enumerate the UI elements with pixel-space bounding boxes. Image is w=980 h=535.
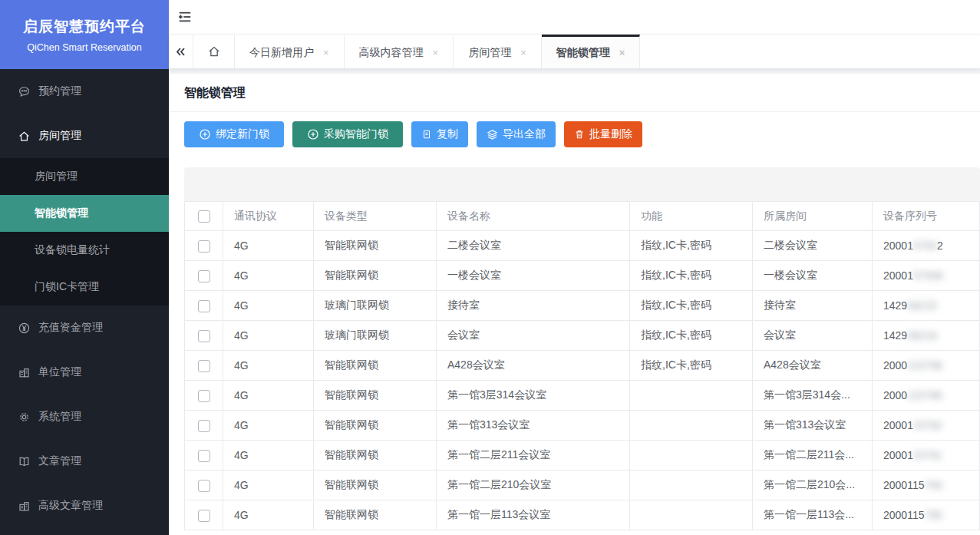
table-row: 4G智能联网锁第一馆二层211会议室第一馆二层211会...2000115791 [185,441,980,471]
row-checkbox[interactable] [198,510,210,522]
sidebar-item-label: 文章管理 [38,454,81,468]
functions-cell: 指纹,IC卡,密码 [630,351,753,381]
table-row: 4G智能联网锁第一馆二层210会议室第一馆二层210会...2000115793 [185,471,980,500]
tabs-scroll-left-button[interactable] [169,35,193,68]
device-type-cell: 智能联网锁 [314,471,437,500]
protocol-cell: 4G [223,291,314,321]
column-header-4: 所属房间 [753,202,873,231]
device-name-cell: 第一馆二层211会议室 [437,441,630,471]
table-row: 4G智能联网锁第一馆3层314会议室第一馆3层314会...2000115796 [185,381,980,411]
serial-prefix: 20001 [883,449,912,461]
collapse-sidebar-icon[interactable] [177,9,193,25]
purchase-smart-lock-button[interactable]: 采购智能门锁 [292,121,403,147]
serial-redacted-segment: 57938 [913,269,943,282]
sidebar-item-4[interactable]: 系统管理 [0,395,169,439]
column-header-0: 通讯协议 [223,202,314,231]
column-header-3: 功能 [630,202,753,231]
table-toolbar-band [184,167,980,201]
sidebar-subitem-1-1[interactable]: 智能锁管理 [0,195,169,232]
serial-redacted-segment: 06215 [907,299,937,312]
select-all-checkbox[interactable] [198,210,210,223]
serial-redacted-segment: 06218 [907,329,937,342]
row-checkbox[interactable] [198,330,210,342]
serial-number-cell: 2000115791 [873,441,980,471]
trash-icon [574,129,585,140]
sidebar-item-1[interactable]: 房间管理 [0,114,169,158]
serial-number-cell: 2000115796 [873,381,980,411]
device-type-cell: 智能联网锁 [314,500,437,530]
sidebar-subitem-1-2[interactable]: 设备锁电量统计 [0,232,169,269]
sidebar-subitem-label: 房间管理 [35,170,78,183]
export-all-button[interactable]: 导出全部 [477,121,556,147]
app-title: 启辰智慧预约平台 [23,17,146,37]
table-row: 4G智能联网锁第一馆313会议室第一馆313会议室2000115792 [185,411,980,441]
sidebar-subitem-1-3[interactable]: 门锁IC卡管理 [0,269,169,305]
protocol-cell: 4G [223,351,314,381]
sidebar-item-5[interactable]: 文章管理 [0,439,169,484]
tab-2[interactable]: 房间管理× [454,35,542,68]
row-checkbox[interactable] [198,480,210,492]
device-type-cell: 智能联网锁 [314,231,437,261]
serial-prefix: 2000 [883,359,907,372]
tab-close-icon[interactable]: × [433,48,439,58]
row-checkbox-cell [185,381,223,411]
brand-header: 启辰智慧预约平台 QiChen Smart Reservation [0,0,169,69]
functions-cell [630,411,753,441]
tab-3[interactable]: 智能锁管理× [542,35,641,68]
tab-close-icon[interactable]: × [520,48,526,58]
sidebar-item-label: 预约管理 [38,84,81,98]
room-cell: 第一馆二层211会... [753,441,873,471]
sidebar-item-label: 单位管理 [38,365,81,379]
sidebar-item-label: 房间管理 [38,129,81,143]
tab-close-icon[interactable]: × [323,48,329,58]
row-checkbox-cell [185,471,223,500]
serial-number-cell: 142906218 [873,321,980,351]
tab-label: 高级内容管理 [359,46,424,60]
row-checkbox[interactable] [198,270,210,282]
table-row: 4G智能联网锁A428会议室指纹,IC卡,密码A428会议室2000115798 [185,351,980,381]
device-name-cell: A428会议室 [437,351,630,381]
sidebar-item-0[interactable]: 预约管理 [0,69,169,114]
row-checkbox[interactable] [198,360,210,372]
home-icon [18,130,31,143]
sidebar-subitem-1-0[interactable]: 房间管理 [0,158,169,195]
row-checkbox[interactable] [198,240,210,253]
batch-delete-button[interactable]: 批量删除 [564,121,642,147]
book-icon [18,455,31,468]
row-checkbox[interactable] [198,420,210,432]
sidebar-item-2[interactable]: 充值资金管理 [0,305,169,350]
row-checkbox-cell [185,291,223,321]
row-checkbox-cell [185,231,223,261]
serial-redacted-segment: 115796 [907,389,942,401]
home-icon [207,45,221,58]
tab-1[interactable]: 高级内容管理× [345,35,454,68]
serial-prefix: 20001 [883,419,912,431]
row-checkbox[interactable] [198,390,210,402]
serial-redacted-segment: 795 [924,509,942,521]
copy-button[interactable]: 复制 [411,121,468,147]
table-row: 4G智能联网锁一楼会议室指纹,IC卡,密码一楼会议室2000157938 [185,261,980,291]
row-checkbox[interactable] [198,300,210,312]
bind-new-lock-button[interactable]: 绑定新门锁 [184,121,284,147]
protocol-cell: 4G [223,441,314,471]
sidebar-item-6[interactable]: 高级文章管理 [0,484,169,528]
column-header-1: 设备类型 [314,202,437,231]
row-checkbox[interactable] [198,450,210,462]
room-cell: 第一馆3层314会... [753,381,873,411]
protocol-cell: 4G [223,261,314,291]
tab-0[interactable]: 今日新增用户× [235,35,345,68]
home-tab[interactable] [193,35,235,68]
button-label: 批量删除 [589,127,632,141]
tab-close-icon[interactable]: × [619,48,625,58]
serial-redacted-segment: 115798 [907,359,942,372]
serial-prefix: 20001 [883,269,913,282]
room-cell: A428会议室 [753,351,873,381]
room-cell: 会议室 [753,321,873,351]
serial-prefix: 2000115 [883,479,924,491]
sidebar-item-3[interactable]: 单位管理 [0,350,169,395]
chat-icon [18,85,31,98]
copy-icon [421,129,432,140]
serial-suffix: 2 [937,239,943,252]
serial-number-cell: 2000115792 [873,411,980,441]
button-label: 复制 [437,127,458,141]
